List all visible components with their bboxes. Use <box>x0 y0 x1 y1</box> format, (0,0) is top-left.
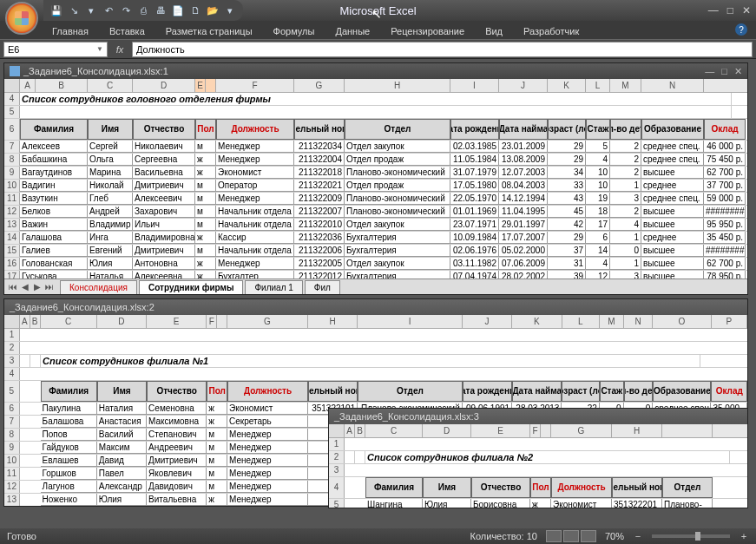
hdr-lastname[interactable]: Фамилия <box>20 119 88 140</box>
undo-icon[interactable]: ↶ <box>102 4 115 16</box>
col-E2[interactable] <box>206 79 216 92</box>
status-bar: Готово Количество: 10 70% − + <box>0 528 756 544</box>
col-N[interactable]: N <box>641 79 704 92</box>
new-icon[interactable]: 🗋 <box>189 4 201 16</box>
fx-icon[interactable]: fx <box>111 44 128 55</box>
hdr-education[interactable]: Образование <box>641 119 704 140</box>
maximize-button[interactable]: □ <box>727 4 733 16</box>
col-D[interactable]: D <box>133 79 195 92</box>
help-icon[interactable]: ? <box>735 23 747 36</box>
quick-access-toolbar: 💾 ↘ ▾ ↶ ↷ ⎙ 🖶 📄 🗋 📂 ▾ <box>43 0 243 21</box>
col-M[interactable]: M <box>610 79 641 92</box>
win1-maximize[interactable]: □ <box>721 66 727 77</box>
hdr-children[interactable]: Кол-во детей <box>610 119 641 140</box>
quick-print-icon[interactable]: 📄 <box>172 4 184 16</box>
tab-last[interactable]: ⏭ <box>44 282 55 292</box>
select-all-corner[interactable] <box>4 79 20 92</box>
sheet-tabs: ⏮ ◀ ▶ ⏭ Консолидация Сотрудники фирмы Фи… <box>4 279 747 294</box>
hdr-birthdate[interactable]: Дата рождения <box>450 119 499 140</box>
hdr-hiredate[interactable]: Дата найма <box>499 119 548 140</box>
tab-next[interactable]: ▶ <box>32 282 43 292</box>
col-F[interactable]: F <box>216 79 294 92</box>
sheet-tab-consolidation[interactable]: Консолидация <box>60 280 137 294</box>
name-box[interactable]: E6 ▼ <box>3 42 108 57</box>
open-icon[interactable]: 📂 <box>207 4 219 16</box>
view-page-break[interactable] <box>581 530 596 542</box>
hdr-salary[interactable]: Оклад <box>704 119 746 140</box>
tab-developer[interactable]: Разработчик <box>515 23 588 39</box>
row-header[interactable]: 6 <box>4 119 20 140</box>
section-title[interactable]: Список сотрудников головного отделения ф… <box>20 93 732 105</box>
col-B[interactable]: B <box>36 79 88 92</box>
tab-prev[interactable]: ◀ <box>20 282 30 292</box>
zoom-out[interactable]: − <box>633 531 643 541</box>
hdr-firstname[interactable]: Имя <box>88 119 133 140</box>
close-button[interactable]: ✕ <box>742 4 751 16</box>
excel-file-icon <box>10 66 20 76</box>
ribbon-tabs: Главная Вставка Разметка страницы Формул… <box>0 21 756 40</box>
zoom-slider[interactable] <box>652 534 730 538</box>
hdr-patronymic[interactable]: Отчество <box>133 119 195 140</box>
blank-row: 4 <box>4 368 747 381</box>
tab-first[interactable]: ⏮ <box>8 282 18 292</box>
chevron-down-icon[interactable]: ▼ <box>96 45 103 53</box>
select-all-corner[interactable] <box>4 315 20 328</box>
work-area: _Задание6_Консолидация.xlsx:1 — □ ✕ A B … <box>0 59 756 528</box>
window3-titlebar[interactable]: _Задание6_Консолидация.xlsx:3 <box>329 409 747 424</box>
formula-input[interactable]: Должность <box>132 42 753 57</box>
view-page-layout[interactable] <box>563 530 579 542</box>
col-A[interactable]: A <box>20 79 36 92</box>
section-title-2[interactable]: Список сотрудников филиала №1 <box>41 355 700 367</box>
sheet-tab-employees[interactable]: Сотрудники фирмы <box>139 280 244 294</box>
zoom-in[interactable]: + <box>739 531 749 541</box>
table-row: 5ШангинаЮлияБорисовнажЭкономист351322201… <box>329 499 747 508</box>
tab-page-layout[interactable]: Разметка страницы <box>157 23 261 39</box>
view-normal[interactable] <box>546 530 562 542</box>
tab-home[interactable]: Главная <box>43 23 97 39</box>
tab-review[interactable]: Рецензирование <box>382 23 473 39</box>
minimize-button[interactable]: — <box>708 4 719 16</box>
sheet-tab-branch2[interactable]: Фил <box>305 280 340 294</box>
col-G[interactable]: G <box>294 79 345 92</box>
tab-insert[interactable]: Вставка <box>101 23 154 39</box>
sheet-tab-branch1[interactable]: Филиал 1 <box>245 280 302 294</box>
redo-icon[interactable]: ↷ <box>120 4 132 16</box>
hdr-empnum[interactable]: Табельный номер <box>294 119 345 140</box>
window1-titlebar[interactable]: _Задание6_Консолидация.xlsx:1 — □ ✕ <box>4 63 747 79</box>
window3-sheet[interactable]: A B C D E F G H 1 2 Список сотрудников ф… <box>329 424 747 508</box>
tab-data[interactable]: Данные <box>326 23 378 39</box>
hdr-dept[interactable]: Отдел <box>345 119 450 140</box>
col-K[interactable]: K <box>548 79 586 92</box>
col-C[interactable]: C <box>88 79 133 92</box>
save-icon[interactable]: 💾 <box>50 4 62 16</box>
hdr-position[interactable]: Должность <box>216 119 294 140</box>
col-J[interactable]: J <box>499 79 548 92</box>
window2-titlebar[interactable]: _Задание6_Консолидация.xlsx:2 <box>4 299 747 315</box>
tab-formulas[interactable]: Формулы <box>265 23 324 39</box>
office-button[interactable] <box>5 2 38 35</box>
win1-close[interactable]: ✕ <box>734 66 742 77</box>
col-H[interactable]: H <box>345 79 450 92</box>
more-icon[interactable]: ▾ <box>224 4 236 16</box>
arrow-icon[interactable]: ↘ <box>68 4 80 16</box>
window1-sheet[interactable]: A B C D E F G H I J K L M N 4 Список сот… <box>4 79 747 279</box>
hdr-age[interactable]: Возраст (лет) <box>548 119 586 140</box>
print-preview-icon[interactable]: ⎙ <box>137 4 149 16</box>
win1-minimize[interactable]: — <box>705 66 714 77</box>
hdr-tenure[interactable]: Стаж <box>586 119 610 140</box>
row-header[interactable]: 4 <box>4 93 20 105</box>
col-E1[interactable]: E <box>195 79 206 92</box>
workbook-window-1: _Задание6_Консолидация.xlsx:1 — □ ✕ A B … <box>3 62 748 295</box>
print-icon[interactable]: 🖶 <box>154 4 167 16</box>
dropdown-icon[interactable]: ▾ <box>85 4 97 16</box>
row-header[interactable]: 5 <box>4 106 20 118</box>
blank-row: 2 <box>4 342 747 355</box>
col-I[interactable]: I <box>450 79 499 92</box>
app-title: Microsoft Excel <box>339 4 416 17</box>
status-ready: Готово <box>7 531 36 541</box>
col-L[interactable]: L <box>586 79 610 92</box>
table-row: 16ГолованскаяЮлияАнтоновнажМенеджер21132… <box>4 258 747 271</box>
view-buttons <box>546 530 596 542</box>
hdr-gender[interactable]: Пол <box>195 119 216 140</box>
tab-view[interactable]: Вид <box>477 23 511 39</box>
